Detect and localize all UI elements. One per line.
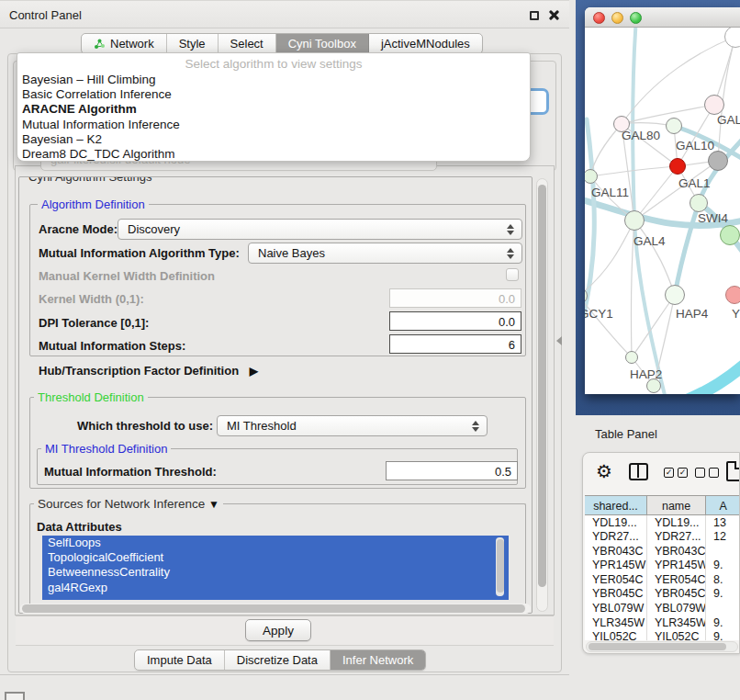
mi-algorithm-type-label: Mutual Information Algorithm Type: [39, 246, 240, 260]
attribute-item-selfloops[interactable]: SelfLoops [42, 536, 509, 550]
network-edge[interactable] [590, 124, 622, 176]
attribute-item-topologicalcoefficient[interactable]: TopologicalCoefficient [42, 550, 509, 565]
tab-infer-network[interactable]: Infer Network [331, 650, 425, 670]
node-gal4[interactable] [624, 210, 645, 231]
tab-select[interactable]: Select [219, 34, 276, 53]
table-horizontal-scrollbar[interactable] [586, 641, 738, 652]
attributes-scrollbar[interactable] [496, 537, 504, 596]
settings-horizontal-scrollbar[interactable] [20, 604, 531, 614]
node-hap4[interactable] [665, 285, 685, 305]
algorithm-option-basic-correlation-inference[interactable]: Basic Correlation Inference [17, 87, 530, 102]
aracne-mode-combo[interactable]: Discovery [118, 219, 522, 240]
table-cell: YDL19... [585, 515, 647, 530]
hub-definition-toggle[interactable]: Hub/Transcription Factor Definition ▶ [39, 364, 258, 378]
table-row[interactable]: YLR345WYLR345W9. [585, 615, 740, 630]
network-tab-icon [94, 39, 106, 50]
node-salmon[interactable] [725, 286, 740, 304]
table-row[interactable]: YBR043CYBR043C [585, 544, 740, 559]
node-right-green[interactable] [720, 225, 740, 245]
table-row[interactable]: YBL079WYBL079W [585, 602, 740, 616]
table-row[interactable]: YDR27...YDR27...12 [585, 530, 740, 545]
table-cell: YIL052C [647, 630, 706, 640]
table-row[interactable]: YDL19...YDL19...13 [585, 515, 740, 530]
settings-vertical-scrollbar[interactable] [536, 178, 548, 612]
column-header-shared[interactable]: shared... [585, 496, 647, 514]
table-cell: YBR045C [585, 587, 647, 602]
sources-title: Sources for Network Inference [38, 497, 205, 511]
combo-stepper-icon [507, 247, 514, 260]
dpi-tolerance-field[interactable]: 0.0 [389, 311, 521, 331]
tab-discretize-data[interactable]: Discretize Data [225, 650, 331, 670]
table-cell: YPR145W [585, 559, 647, 573]
network-edge[interactable] [681, 356, 740, 394]
attributes-scrollbar-thumb[interactable] [497, 539, 504, 593]
tab-cyni-toolbox[interactable]: Cyni Toolbox [276, 34, 369, 53]
table-row[interactable]: YER054CYER054C8. [585, 572, 740, 587]
manual-kernel-checkbox[interactable] [506, 268, 519, 281]
network-window-titlebar[interactable] [585, 7, 740, 28]
tab-infer-network-label: Infer Network [342, 653, 413, 667]
tab-style[interactable]: Style [167, 34, 219, 53]
unchecked-box-icon [709, 468, 719, 478]
select-all-icon[interactable]: ✓ ✓ [664, 468, 688, 478]
split-pane-handle-icon[interactable] [556, 336, 562, 345]
table-body: YDL19...YDL19...13YDR27...YDR27...12YBR0… [585, 515, 740, 640]
node-swi4[interactable] [690, 194, 708, 212]
threshold-definition-title: Threshold Definition [34, 390, 148, 404]
table-cell: YBL079W [647, 602, 706, 616]
algorithm-option-aracne-algorithm[interactable]: ARACNE Algorithm [17, 102, 530, 117]
tab-impute-data[interactable]: Impute Data [135, 650, 225, 670]
node-gal1-red[interactable] [669, 158, 686, 175]
table-horizontal-scrollbar-thumb[interactable] [589, 643, 726, 650]
float-window-icon[interactable] [530, 11, 539, 20]
attribute-item-betweennesscentrality[interactable]: BetweennessCentrality [42, 565, 509, 580]
kernel-width-field[interactable]: 0.0 [389, 288, 521, 308]
algorithm-option-dream8-dc-tdc-algorithm[interactable]: Dream8 DC_TDC Algorithm [17, 147, 530, 162]
network-canvas[interactable]: GALGAL80GAL10GAL1SWI4GAL11GAL4GCY1HAP4YH… [585, 28, 740, 394]
table-cell: YLR345W [585, 615, 647, 630]
close-traffic-light-icon[interactable] [593, 12, 605, 24]
select-none-icon[interactable] [695, 468, 719, 478]
minimize-traffic-light-icon[interactable] [611, 12, 623, 24]
zoom-traffic-light-icon[interactable] [630, 12, 642, 24]
mi-algorithm-type-combo[interactable]: Naive Bayes [248, 243, 522, 264]
split-pane-icon[interactable] [629, 463, 648, 480]
mi-steps-field[interactable]: 6 [389, 334, 521, 354]
table-cell [706, 602, 740, 616]
page-icon[interactable] [726, 461, 740, 481]
tab-jactivemnodules[interactable]: jActiveMNodules [369, 34, 482, 53]
checked-box-icon: ✓ [678, 468, 688, 478]
minimized-panel-fragment[interactable] [5, 692, 25, 700]
mi-threshold-field[interactable]: 0.5 [386, 461, 518, 480]
which-threshold-combo[interactable]: MI Threshold [217, 415, 488, 436]
sources-toggle[interactable]: Sources for Network Inference ▼ [34, 497, 223, 511]
tab-network[interactable]: Network [82, 34, 167, 53]
table-row[interactable]: YIL052CYIL052C9. [585, 630, 740, 640]
node-label-gal10: GAL10 [676, 139, 714, 152]
algorithm-option-bayesian-k2[interactable]: Bayesian – K2 [17, 132, 530, 147]
table-cell: 9. [706, 559, 740, 573]
combo-stepper-icon [472, 420, 479, 433]
column-header-name[interactable]: name [647, 496, 706, 514]
node-gal10[interactable] [666, 118, 682, 134]
attribute-item-gal4rgexp[interactable]: gal4RGexp [42, 581, 509, 595]
network-view-window[interactable]: GALGAL80GAL10GAL1SWI4GAL11GAL4GCY1HAP4YH… [585, 7, 740, 394]
node-gray[interactable] [708, 151, 728, 171]
apply-button[interactable]: Apply [245, 619, 311, 641]
algorithm-option-bayesian-hill-climbing[interactable]: Bayesian – Hill Climbing [17, 73, 530, 87]
algorithm-option-mutual-information-inference[interactable]: Mutual Information Inference [17, 118, 530, 132]
settings-gear-icon[interactable]: ⚙ [596, 460, 612, 482]
node-hap2[interactable] [625, 351, 638, 364]
table-cell: 13 [706, 515, 740, 530]
table-row[interactable]: YBR045CYBR045C9. [585, 587, 740, 602]
node-gal-partial[interactable] [704, 95, 724, 115]
table-row[interactable]: YPR145WYPR145W9. [585, 559, 740, 573]
settings-vertical-scrollbar-thumb[interactable] [538, 185, 546, 587]
settings-horizontal-scrollbar-thumb[interactable] [22, 604, 525, 613]
network-edge[interactable] [585, 296, 632, 357]
column-header-a[interactable]: A [706, 496, 740, 514]
algorithm-dropdown-placeholder: Select algorithm to view settings [17, 53, 530, 73]
node-label-gal: GAL [717, 113, 740, 127]
close-icon[interactable] [548, 10, 558, 20]
control-panel-tabbar: NetworkStyleSelectCyni ToolboxjActiveMNo… [81, 33, 483, 54]
